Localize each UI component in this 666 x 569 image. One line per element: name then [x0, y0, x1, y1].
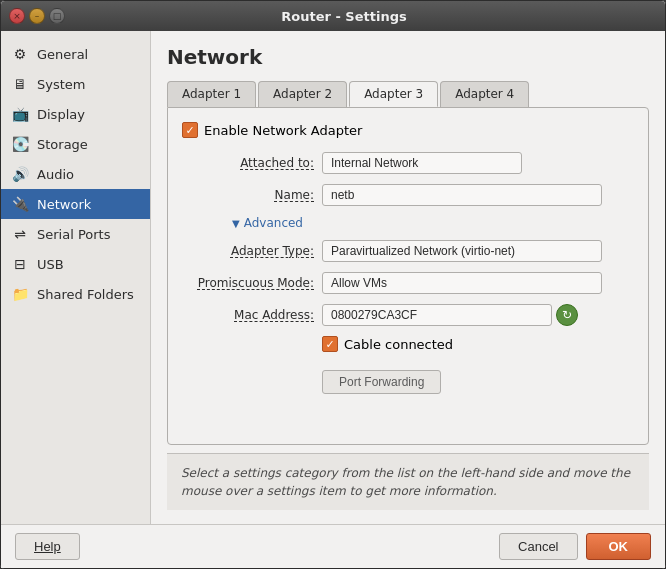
refresh-mac-button[interactable]: ↻ [556, 304, 578, 326]
sidebar-label-shared-folders: Shared Folders [37, 287, 134, 302]
mac-label: Mac Address: [182, 308, 322, 322]
page-title: Network [167, 45, 649, 69]
info-box: Select a settings category from the list… [167, 453, 649, 510]
attached-to-row: Attached to: Internal Network [182, 152, 634, 174]
sidebar-item-shared-folders[interactable]: 📁 Shared Folders [1, 279, 150, 309]
name-label: Name: [182, 188, 322, 202]
name-select-wrapper: netb [322, 184, 602, 206]
adapter-type-label: Adapter Type: [182, 244, 322, 258]
network-icon: 🔌 [11, 195, 29, 213]
usb-icon: ⊟ [11, 255, 29, 273]
sidebar-item-serial-ports[interactable]: ⇌ Serial Ports [1, 219, 150, 249]
sidebar-item-display[interactable]: 📺 Display [1, 99, 150, 129]
ok-button[interactable]: OK [586, 533, 652, 560]
attached-to-select[interactable]: Internal Network [322, 152, 522, 174]
port-forwarding-button[interactable]: Port Forwarding [322, 370, 441, 394]
enable-adapter-row: ✓ Enable Network Adapter [182, 122, 634, 138]
titlebar-buttons: × – □ [9, 8, 65, 24]
sidebar: ⚙ General 🖥 System 📺 Display 💽 Storage 🔊… [1, 31, 151, 524]
enable-adapter-checkbox[interactable]: ✓ [182, 122, 198, 138]
sidebar-item-usb[interactable]: ⊟ USB [1, 249, 150, 279]
cancel-button[interactable]: Cancel [499, 533, 577, 560]
dialog-buttons: Cancel OK [499, 533, 651, 560]
minimize-button[interactable]: – [29, 8, 45, 24]
audio-icon: 🔊 [11, 165, 29, 183]
storage-icon: 💽 [11, 135, 29, 153]
promiscuous-select[interactable]: Allow VMs [322, 272, 602, 294]
sidebar-label-storage: Storage [37, 137, 88, 152]
cable-connected-row: ✓ Cable connected [322, 336, 634, 352]
close-button[interactable]: × [9, 8, 25, 24]
sidebar-item-network[interactable]: 🔌 Network [1, 189, 150, 219]
content-area: Network Adapter 1 Adapter 2 Adapter 3 Ad… [151, 31, 665, 524]
main-content: ⚙ General 🖥 System 📺 Display 💽 Storage 🔊… [1, 31, 665, 524]
advanced-toggle[interactable]: ▼ Advanced [182, 216, 634, 230]
mac-row: Mac Address: ↻ [182, 304, 634, 326]
name-select[interactable]: netb [322, 184, 602, 206]
adapter-type-select[interactable]: Paravirtualized Network (virtio-net) [322, 240, 602, 262]
promiscuous-row: Promiscuous Mode: Allow VMs [182, 272, 634, 294]
enable-adapter-label: Enable Network Adapter [204, 123, 362, 138]
mac-input[interactable] [322, 304, 552, 326]
panel-outer: ✓ Enable Network Adapter Attached to: In… [167, 107, 649, 510]
sidebar-label-general: General [37, 47, 88, 62]
sidebar-item-system[interactable]: 🖥 System [1, 69, 150, 99]
tab-adapter3[interactable]: Adapter 3 [349, 81, 438, 107]
cable-connected-label: Cable connected [344, 337, 453, 352]
tab-adapter4[interactable]: Adapter 4 [440, 81, 529, 107]
tab-bar: Adapter 1 Adapter 2 Adapter 3 Adapter 4 [167, 81, 649, 107]
sidebar-label-audio: Audio [37, 167, 74, 182]
sidebar-label-usb: USB [37, 257, 64, 272]
display-icon: 📺 [11, 105, 29, 123]
info-text: Select a settings category from the list… [181, 466, 630, 498]
sidebar-item-storage[interactable]: 💽 Storage [1, 129, 150, 159]
adapter-type-row: Adapter Type: Paravirtualized Network (v… [182, 240, 634, 262]
promiscuous-select-wrapper: Allow VMs [322, 272, 602, 294]
window-title: Router - Settings [71, 9, 617, 24]
sidebar-label-system: System [37, 77, 85, 92]
advanced-arrow-icon: ▼ [232, 218, 240, 229]
tab-adapter2[interactable]: Adapter 2 [258, 81, 347, 107]
system-icon: 🖥 [11, 75, 29, 93]
promiscuous-label: Promiscuous Mode: [182, 276, 322, 290]
tab-adapter1[interactable]: Adapter 1 [167, 81, 256, 107]
attached-to-label: Attached to: [182, 156, 322, 170]
sidebar-label-display: Display [37, 107, 85, 122]
maximize-button[interactable]: □ [49, 8, 65, 24]
cable-connected-checkbox[interactable]: ✓ [322, 336, 338, 352]
port-forwarding-row: Port Forwarding [182, 366, 634, 394]
serial-ports-icon: ⇌ [11, 225, 29, 243]
titlebar: × – □ Router - Settings [1, 1, 665, 31]
advanced-label: Advanced [244, 216, 303, 230]
sidebar-item-audio[interactable]: 🔊 Audio [1, 159, 150, 189]
name-row: Name: netb [182, 184, 634, 206]
adapter-type-select-wrapper: Paravirtualized Network (virtio-net) [322, 240, 602, 262]
sidebar-label-network: Network [37, 197, 91, 212]
general-icon: ⚙ [11, 45, 29, 63]
sidebar-label-serial-ports: Serial Ports [37, 227, 110, 242]
settings-window: × – □ Router - Settings ⚙ General 🖥 Syst… [0, 0, 666, 569]
bottom-bar: Help Cancel OK [1, 524, 665, 568]
help-button[interactable]: Help [15, 533, 80, 560]
adapter-panel: ✓ Enable Network Adapter Attached to: In… [167, 107, 649, 445]
shared-folders-icon: 📁 [11, 285, 29, 303]
sidebar-item-general[interactable]: ⚙ General [1, 39, 150, 69]
attached-to-select-wrapper: Internal Network [322, 152, 522, 174]
